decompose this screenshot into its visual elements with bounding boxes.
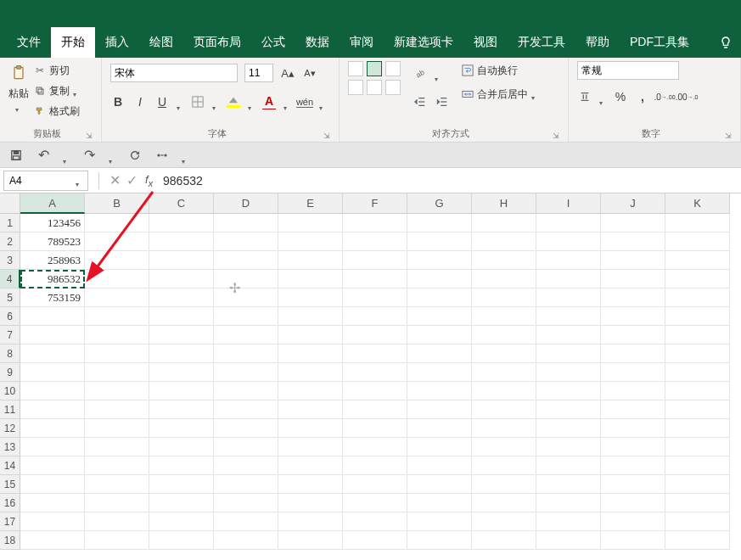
- cell[interactable]: [85, 232, 149, 251]
- cell[interactable]: [214, 531, 278, 550]
- cell[interactable]: [536, 456, 601, 475]
- cell[interactable]: [407, 438, 472, 456]
- cell[interactable]: [665, 494, 730, 512]
- cell[interactable]: [407, 456, 472, 475]
- dialog-launcher-icon[interactable]: ⇲: [725, 132, 732, 140]
- cell[interactable]: [601, 344, 665, 363]
- cell[interactable]: [343, 288, 407, 307]
- cell[interactable]: [278, 382, 343, 400]
- cell[interactable]: [407, 475, 472, 494]
- cell[interactable]: [278, 214, 343, 232]
- row-header[interactable]: 4: [0, 270, 20, 288]
- decrease-decimal-button[interactable]: .00→.0: [679, 89, 694, 104]
- cell[interactable]: [407, 382, 472, 400]
- cell[interactable]: [343, 232, 407, 251]
- cell[interactable]: [278, 456, 343, 475]
- row-header[interactable]: 18: [0, 531, 20, 550]
- cell[interactable]: [343, 382, 407, 400]
- cell[interactable]: [472, 270, 536, 288]
- increase-indent-button[interactable]: [435, 94, 450, 109]
- cell[interactable]: 258963: [20, 251, 85, 270]
- align-bottom-left[interactable]: [348, 80, 363, 95]
- cell[interactable]: [665, 270, 730, 288]
- cell[interactable]: 789523: [20, 232, 85, 251]
- cell[interactable]: [601, 419, 665, 438]
- cell[interactable]: [278, 531, 343, 550]
- cell[interactable]: [472, 344, 536, 363]
- cell[interactable]: [601, 214, 665, 232]
- cell[interactable]: [407, 307, 472, 326]
- accounting-format-button[interactable]: [577, 89, 592, 104]
- cell[interactable]: [407, 531, 472, 550]
- cell[interactable]: [214, 344, 278, 363]
- cell[interactable]: [343, 363, 407, 382]
- copy-button[interactable]: 复制: [34, 81, 80, 100]
- cell[interactable]: [665, 363, 730, 382]
- cell[interactable]: [536, 344, 601, 363]
- font-size-input[interactable]: [244, 64, 273, 82]
- cell[interactable]: [536, 288, 601, 307]
- cell[interactable]: [214, 382, 278, 400]
- row-header[interactable]: 5: [0, 288, 20, 307]
- cell[interactable]: [601, 475, 665, 494]
- font-color-button[interactable]: A: [261, 94, 277, 109]
- tab-帮助[interactable]: 帮助: [575, 27, 620, 58]
- cell[interactable]: [214, 512, 278, 531]
- cell[interactable]: [407, 270, 472, 288]
- cell[interactable]: [665, 232, 730, 251]
- cell[interactable]: [343, 475, 407, 494]
- cell[interactable]: [472, 307, 536, 326]
- cell[interactable]: [665, 531, 730, 550]
- cell[interactable]: [665, 251, 730, 270]
- column-header[interactable]: C: [149, 193, 214, 214]
- cell[interactable]: [472, 531, 536, 550]
- redo-button[interactable]: ↷: [81, 148, 97, 163]
- cell[interactable]: [343, 531, 407, 550]
- cell[interactable]: [601, 382, 665, 400]
- row-header[interactable]: 6: [0, 307, 20, 326]
- cell[interactable]: [85, 363, 149, 382]
- cell[interactable]: [278, 251, 343, 270]
- formula-input[interactable]: [158, 171, 741, 191]
- cell[interactable]: [601, 307, 665, 326]
- cell[interactable]: [665, 326, 730, 344]
- cell[interactable]: [536, 382, 601, 400]
- cell[interactable]: [278, 512, 343, 531]
- cell[interactable]: [85, 344, 149, 363]
- cell[interactable]: [214, 214, 278, 232]
- cell[interactable]: [214, 363, 278, 382]
- cell[interactable]: [601, 438, 665, 456]
- align-top-right[interactable]: [385, 61, 401, 76]
- row-header[interactable]: 1: [0, 214, 20, 232]
- cell[interactable]: [343, 438, 407, 456]
- cell[interactable]: [472, 419, 536, 438]
- cell[interactable]: [214, 307, 278, 326]
- cell[interactable]: [85, 456, 149, 475]
- paste-button[interactable]: 粘贴: [8, 61, 29, 109]
- cell[interactable]: [407, 232, 472, 251]
- cell[interactable]: [214, 251, 278, 270]
- save-button[interactable]: [8, 148, 24, 163]
- cell[interactable]: [343, 270, 407, 288]
- cell[interactable]: [214, 326, 278, 344]
- tab-PDF工具集[interactable]: PDF工具集: [620, 27, 699, 58]
- cell[interactable]: [149, 400, 214, 419]
- cell[interactable]: [20, 326, 85, 344]
- row-header[interactable]: 13: [0, 438, 20, 456]
- cell[interactable]: [665, 475, 730, 494]
- tab-开始[interactable]: 开始: [51, 27, 95, 58]
- cell[interactable]: [407, 326, 472, 344]
- cell[interactable]: [149, 438, 214, 456]
- format-painter-button[interactable]: 格式刷: [34, 102, 80, 120]
- cell[interactable]: [149, 251, 214, 270]
- cell[interactable]: [472, 400, 536, 419]
- align-top-left[interactable]: [348, 61, 363, 76]
- cell[interactable]: [536, 475, 601, 494]
- merge-center-button[interactable]: 合并后居中: [462, 85, 538, 104]
- row-header[interactable]: 7: [0, 326, 20, 344]
- underline-button[interactable]: U: [154, 94, 170, 109]
- row-header[interactable]: 9: [0, 363, 20, 382]
- dialog-launcher-icon[interactable]: ⇲: [86, 132, 93, 140]
- row-header[interactable]: 8: [0, 344, 20, 363]
- cell[interactable]: [536, 531, 601, 550]
